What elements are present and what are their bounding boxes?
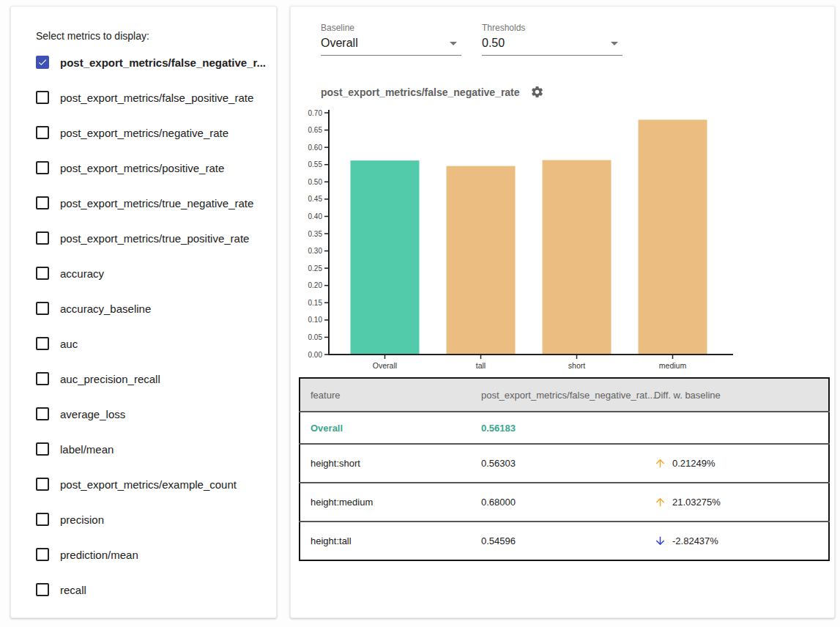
y-axis-tick-label: 0.25 — [308, 264, 323, 272]
y-axis-tick-label: 0.40 — [308, 212, 323, 220]
metric-value-cell: 0.54596 — [481, 522, 654, 560]
metric-label: precision — [60, 513, 104, 526]
thresholds-dropdown-value-row[interactable]: 0.50 — [482, 35, 622, 56]
metric-checkbox-row[interactable]: auc_precision_recall — [36, 361, 261, 396]
checkbox-icon[interactable] — [36, 196, 49, 209]
feature-cell: height:medium — [300, 483, 481, 522]
x-axis-tick-label: medium — [659, 361, 687, 370]
metric-checkbox-row[interactable]: precision — [36, 502, 261, 537]
metric-selector-panel: Select metrics to display: post_export_m… — [10, 6, 277, 618]
diff-value: -2.82437% — [672, 535, 718, 546]
bar-chart[interactable]: 0.000.050.100.150.200.250.300.350.400.45… — [300, 109, 754, 371]
metric-selector-title: Select metrics to display: — [36, 30, 261, 42]
column-header-metric: post_export_metrics/false_negative_rat..… — [481, 378, 654, 412]
table-header-row: feature post_export_metrics/false_negati… — [300, 378, 829, 412]
diff-cell: 21.03275% — [654, 483, 829, 522]
y-axis-tick-label: 0.10 — [308, 316, 323, 324]
chart-header: post_export_metrics/false_negative_rate — [321, 85, 834, 99]
checkbox-icon[interactable] — [36, 407, 49, 420]
thresholds-dropdown-label: Thresholds — [482, 23, 622, 33]
baseline-dropdown-label: Baseline — [321, 23, 461, 33]
metric-checkbox-row[interactable]: label/mean — [36, 431, 261, 467]
checkbox-icon[interactable] — [36, 267, 49, 280]
checkbox-icon[interactable] — [36, 337, 49, 350]
table-row[interactable]: Overall0.56183 — [300, 412, 829, 444]
checkbox-icon[interactable] — [36, 302, 49, 315]
diff-cell — [654, 412, 829, 444]
bar-medium[interactable] — [639, 119, 707, 355]
metric-label: recall — [60, 584, 86, 596]
diff-cell: 0.21249% — [654, 444, 829, 483]
gear-icon[interactable] — [530, 85, 544, 99]
metric-label: accuracy — [60, 267, 104, 280]
metric-checkbox-row[interactable]: post_export_metrics/true_positive_rate — [36, 220, 261, 256]
checkbox-icon[interactable] — [36, 583, 49, 596]
metric-checkbox-row[interactable]: post_export_metrics/example_count — [36, 467, 261, 502]
metric-label: post_export_metrics/false_negative_r... — [60, 56, 266, 69]
checkbox-icon[interactable] — [36, 91, 49, 104]
y-axis-tick-label: 0.45 — [308, 195, 323, 203]
x-axis-tick-label: tall — [476, 361, 486, 370]
column-header-diff: Diff. w. baseline — [654, 378, 829, 412]
metric-value-cell: 0.56303 — [481, 444, 654, 483]
bar-short[interactable] — [543, 160, 612, 355]
metric-checkbox-row[interactable]: post_export_metrics/negative_rate — [36, 115, 261, 150]
metric-checkbox-row[interactable]: accuracy_baseline — [36, 291, 261, 326]
y-axis-tick-label: 0.05 — [308, 333, 323, 341]
feature-cell: height:short — [300, 444, 481, 483]
diff-value: 21.03275% — [672, 497, 721, 508]
column-header-feature: feature — [300, 378, 481, 412]
checkbox-icon[interactable] — [36, 513, 49, 526]
checkbox-icon[interactable] — [36, 372, 49, 385]
metric-checkbox-row[interactable]: post_export_metrics/false_positive_rate — [36, 80, 261, 115]
up-arrow-icon — [654, 457, 666, 470]
thresholds-dropdown[interactable]: Thresholds 0.50 — [482, 23, 622, 56]
metric-label: label/mean — [60, 443, 114, 456]
y-axis-tick-label: 0.30 — [308, 247, 323, 255]
checkbox-icon[interactable] — [36, 231, 49, 245]
table-row[interactable]: height:tall0.54596-2.82437% — [300, 522, 829, 560]
metric-value-cell: 0.56183 — [481, 412, 654, 444]
x-axis-tick-label: Overall — [373, 361, 397, 370]
checkbox-icon[interactable] — [36, 442, 49, 456]
fairness-results-panel: Baseline Overall Thresholds 0.50 post_ex… — [290, 6, 835, 618]
metric-label: auc — [60, 338, 78, 350]
y-axis-tick-label: 0.15 — [308, 299, 323, 307]
metric-checkbox-row[interactable]: accuracy — [36, 256, 261, 291]
y-axis-tick-label: 0.65 — [308, 126, 323, 134]
table-row[interactable]: height:short0.563030.21249% — [300, 444, 829, 483]
bar-tall[interactable] — [447, 166, 516, 355]
metric-checkbox-row[interactable]: post_export_metrics/true_negative_rate — [36, 185, 261, 220]
checkbox-icon[interactable] — [36, 478, 49, 491]
checkbox-icon[interactable] — [36, 161, 49, 174]
checkbox-checked-icon[interactable] — [36, 56, 49, 69]
chart-title: post_export_metrics/false_negative_rate — [321, 86, 520, 98]
y-axis-tick-label: 0.20 — [308, 281, 323, 289]
baseline-dropdown[interactable]: Baseline Overall — [321, 23, 461, 56]
checkbox-icon[interactable] — [36, 548, 49, 561]
bar-overall[interactable] — [351, 160, 420, 355]
metric-checkbox-row[interactable]: post_export_metrics/positive_rate — [36, 150, 261, 185]
chevron-down-icon — [450, 42, 457, 45]
y-axis-tick-label: 0.35 — [308, 230, 323, 238]
metric-label: post_export_metrics/positive_rate — [60, 162, 224, 174]
metric-checkbox-row[interactable]: recall — [36, 572, 261, 607]
checkbox-icon[interactable] — [36, 126, 49, 139]
y-axis-tick-label: 0.00 — [308, 351, 323, 359]
metric-label: auc_precision_recall — [60, 373, 160, 385]
diff-cell: -2.82437% — [654, 522, 829, 560]
up-arrow-icon — [654, 496, 666, 508]
metric-label: accuracy_baseline — [60, 303, 151, 315]
metric-checkbox-row[interactable]: auc — [36, 326, 261, 361]
y-axis-tick-label: 0.55 — [308, 160, 323, 168]
metric-checkbox-row[interactable]: post_export_metrics/false_negative_r... — [36, 45, 261, 80]
metric-label: prediction/mean — [60, 549, 138, 561]
y-axis-tick-label: 0.60 — [308, 144, 323, 152]
metric-checkbox-row[interactable]: average_loss — [36, 396, 261, 431]
metric-label: post_export_metrics/negative_rate — [60, 127, 228, 139]
metric-checkbox-row[interactable]: prediction/mean — [36, 537, 261, 572]
metric-label: post_export_metrics/true_positive_rate — [60, 232, 249, 245]
baseline-dropdown-value: Overall — [321, 37, 358, 50]
baseline-dropdown-value-row[interactable]: Overall — [321, 35, 461, 56]
table-row[interactable]: height:medium0.6800021.03275% — [300, 483, 829, 522]
